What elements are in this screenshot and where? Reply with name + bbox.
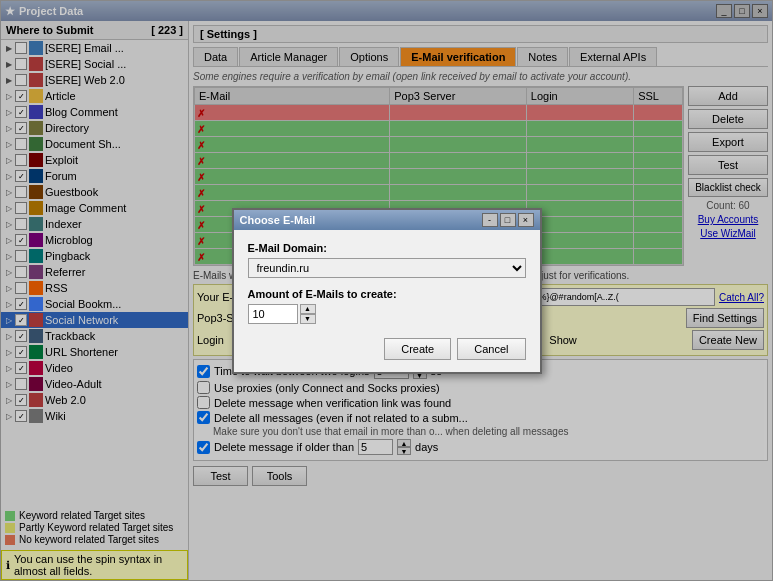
modal-titlebar-controls: - □ × — [482, 213, 534, 227]
domain-select[interactable]: freundin.ru — [248, 258, 526, 278]
modal-title: Choose E-Mail — [240, 214, 316, 226]
amount-spinner[interactable]: ▲ ▼ — [300, 304, 316, 324]
modal-close-button[interactable]: × — [518, 213, 534, 227]
main-window: ★ Project Data _ □ × Where to Submit [ 2… — [0, 0, 773, 581]
amount-label: Amount of E-Mails to create: — [248, 288, 526, 300]
cancel-button[interactable]: Cancel — [457, 338, 525, 360]
create-button[interactable]: Create — [384, 338, 451, 360]
amount-input[interactable] — [248, 304, 298, 324]
modal-content: E-Mail Domain: freundin.ru Amount of E-M… — [234, 230, 540, 372]
modal-window: Choose E-Mail - □ × E-Mail Domain: freun… — [232, 208, 542, 374]
amount-up-icon[interactable]: ▲ — [300, 304, 316, 314]
modal-maximize-button[interactable]: □ — [500, 213, 516, 227]
modal-overlay: Choose E-Mail - □ × E-Mail Domain: freun… — [1, 1, 772, 580]
amount-down-icon[interactable]: ▼ — [300, 314, 316, 324]
modal-titlebar: Choose E-Mail - □ × — [234, 210, 540, 230]
modal-minimize-button[interactable]: - — [482, 213, 498, 227]
domain-label: E-Mail Domain: — [248, 242, 526, 254]
amount-row: ▲ ▼ — [248, 304, 526, 324]
modal-buttons: Create Cancel — [248, 338, 526, 360]
